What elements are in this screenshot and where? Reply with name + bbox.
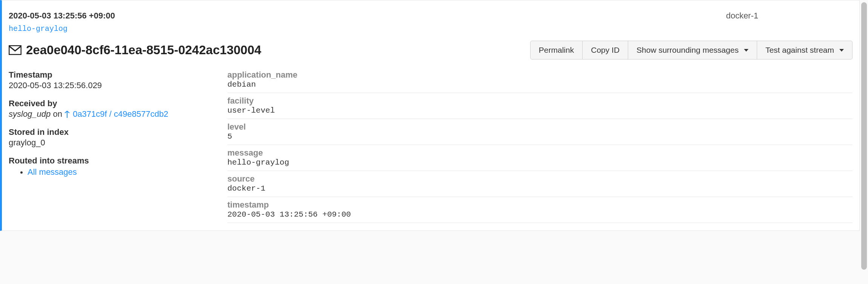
message-detail-panel: 2020-05-03 13:25:56 +09:00 docker-1 hell… xyxy=(0,0,860,231)
field-value: debian xyxy=(227,80,853,89)
show-surrounding-label: Show surrounding messages xyxy=(636,46,739,55)
button-group: Permalink Copy ID Show surrounding messa… xyxy=(530,41,853,60)
field-row: timestamp 2020-05-03 13:25:56 +09:00 xyxy=(227,197,853,223)
field-value: 5 xyxy=(227,132,853,141)
content-row: Timestamp 2020-05-03 13:25:56.029 Receiv… xyxy=(9,70,853,223)
node-id: 0a371c9f / c49e8577cdb2 xyxy=(73,109,168,119)
node-link[interactable]: 0a371c9f / c49e8577cdb2 xyxy=(64,109,168,119)
on-text: on xyxy=(51,109,64,119)
field-name: source xyxy=(227,174,853,184)
meta-stored-value: graylog_0 xyxy=(9,138,212,148)
stream-item: All messages xyxy=(28,167,212,177)
header-source: docker-1 xyxy=(726,11,853,21)
field-value: hello-graylog xyxy=(227,158,853,167)
message-preview: hello-graylog xyxy=(9,24,853,33)
message-id: 2ea0e040-8cf6-11ea-8515-0242ac130004 xyxy=(26,43,261,57)
meta-timestamp-label: Timestamp xyxy=(9,70,212,80)
field-name: message xyxy=(227,148,853,158)
permalink-label: Permalink xyxy=(539,46,574,55)
top-row: 2020-05-03 13:25:56 +09:00 docker-1 xyxy=(9,11,853,21)
caret-down-icon xyxy=(744,49,748,52)
header-timestamp: 2020-05-03 13:25:56 +09:00 xyxy=(9,11,115,21)
stream-list: All messages xyxy=(9,167,212,177)
field-row: application_name debian xyxy=(227,70,853,93)
copy-id-button[interactable]: Copy ID xyxy=(583,41,628,60)
meta-routed-label: Routed into streams xyxy=(9,156,212,166)
metadata-column: Timestamp 2020-05-03 13:25:56.029 Receiv… xyxy=(9,70,212,223)
fields-column: application_name debian facility user-le… xyxy=(227,70,853,223)
show-surrounding-button[interactable]: Show surrounding messages xyxy=(628,41,757,60)
permalink-button[interactable]: Permalink xyxy=(530,41,583,60)
stream-link[interactable]: All messages xyxy=(28,167,77,177)
field-row: facility user-level xyxy=(227,93,853,119)
field-row: message hello-graylog xyxy=(227,145,853,171)
meta-timestamp-value: 2020-05-03 13:25:56.029 xyxy=(9,81,212,90)
title-row: 2ea0e040-8cf6-11ea-8515-0242ac130004 Per… xyxy=(9,41,853,60)
test-against-stream-button[interactable]: Test against stream xyxy=(757,41,853,60)
meta-routed: Routed into streams All messages xyxy=(9,156,212,177)
meta-received-value: syslog_udp on 0a371c9f / c49e8577cdb2 xyxy=(9,109,212,119)
field-name: timestamp xyxy=(227,200,853,210)
node-icon xyxy=(64,111,70,118)
meta-received-label: Received by xyxy=(9,99,212,108)
test-stream-label: Test against stream xyxy=(765,46,834,55)
copy-id-label: Copy ID xyxy=(591,46,620,55)
scrollbar-thumb[interactable] xyxy=(861,2,867,231)
meta-stored-label: Stored in index xyxy=(9,127,212,137)
scrollbar-track[interactable] xyxy=(860,0,868,231)
field-row: source docker-1 xyxy=(227,171,853,197)
title-left: 2ea0e040-8cf6-11ea-8515-0242ac130004 xyxy=(9,43,261,57)
envelope-icon xyxy=(9,45,21,55)
field-name: facility xyxy=(227,96,853,106)
meta-received-by: Received by syslog_udp on 0a371c9f / c49… xyxy=(9,99,212,119)
meta-timestamp: Timestamp 2020-05-03 13:25:56.029 xyxy=(9,70,212,90)
field-value: user-level xyxy=(227,106,853,115)
input-name: syslog_udp xyxy=(9,109,51,119)
field-value: 2020-05-03 13:25:56 +09:00 xyxy=(227,210,853,219)
field-name: application_name xyxy=(227,70,853,80)
field-value: docker-1 xyxy=(227,184,853,193)
caret-down-icon xyxy=(839,49,844,52)
field-row: level 5 xyxy=(227,119,853,145)
meta-stored-in: Stored in index graylog_0 xyxy=(9,127,212,148)
field-name: level xyxy=(227,122,853,132)
